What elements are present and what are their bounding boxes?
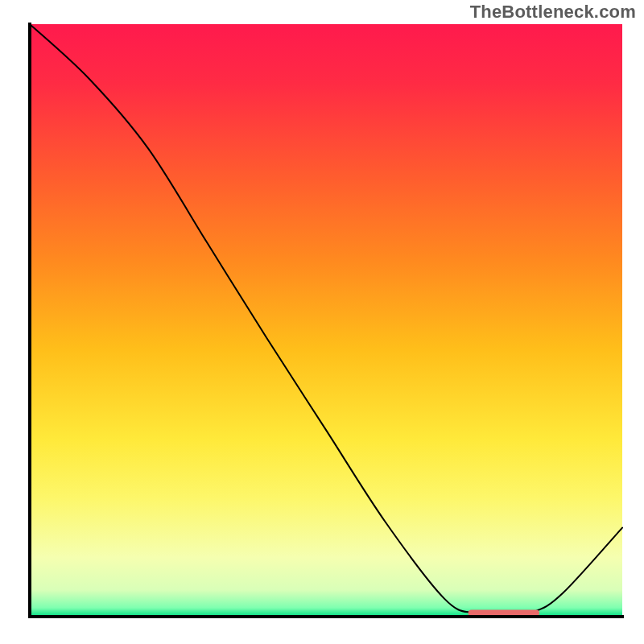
- chart-container: TheBottleneck.com: [0, 0, 644, 644]
- plot-background: [30, 24, 622, 617]
- chart-svg: [0, 0, 644, 644]
